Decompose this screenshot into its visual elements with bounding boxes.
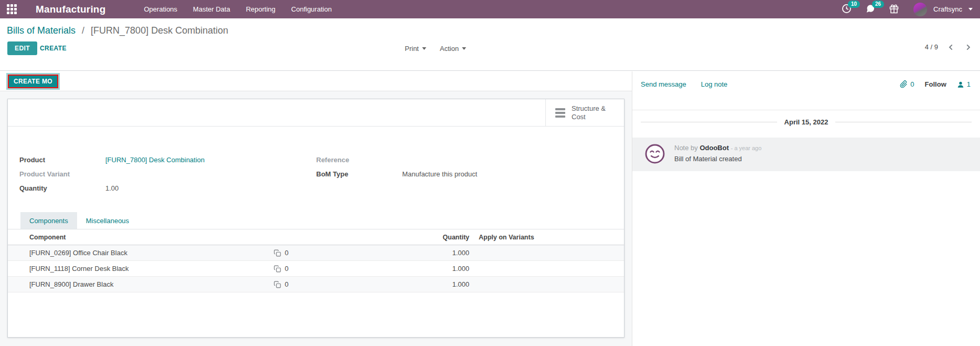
gift-icon	[889, 4, 899, 14]
variant-count: 0	[285, 265, 288, 272]
bom-type-value: Manufacture this product	[402, 170, 477, 178]
variant-count: 0	[285, 280, 288, 288]
structure-cost-button[interactable]: Structure & Cost	[545, 99, 624, 127]
variant-count-cell: 0	[266, 265, 314, 272]
followers-button[interactable]: 1	[957, 80, 971, 88]
header-apply-on-variants[interactable]: Apply on Variants	[469, 234, 624, 241]
create-button[interactable]: CREATE	[40, 45, 67, 52]
breadcrumb-parent-link[interactable]: Bills of Materials	[7, 25, 76, 36]
message-timestamp: - a year ago	[731, 145, 762, 151]
app-title[interactable]: Manufacturing	[36, 4, 106, 15]
print-label: Print	[405, 45, 419, 53]
message-author[interactable]: OdooBot	[699, 144, 729, 152]
separator-line	[641, 122, 777, 122]
product-value-link[interactable]: [FURN_7800] Desk Combination	[105, 156, 204, 164]
field-product: Product [FURN_7800] Desk Combination	[19, 153, 204, 167]
copy-icon	[274, 265, 281, 272]
field-group-left: Product [FURN_7800] Desk Combination Pro…	[19, 153, 204, 195]
create-mo-button[interactable]: CREATE MO	[8, 75, 58, 88]
variant-count-cell: 0	[266, 249, 314, 257]
user-avatar[interactable]	[913, 3, 927, 16]
tab-miscellaneous[interactable]: Miscellaneous	[77, 212, 138, 229]
bom-type-label: BoM Type	[316, 170, 402, 178]
menu-master-data[interactable]: Master Data	[186, 1, 237, 18]
rewards-button[interactable]	[886, 2, 904, 17]
person-icon	[957, 81, 964, 88]
message-content: Note by OdooBot - a year ago Bill of Mat…	[674, 144, 761, 164]
send-message-button[interactable]: Send message	[641, 80, 686, 88]
table-row[interactable]: [FURN_1118] Corner Desk Black 0 1.000	[8, 261, 624, 277]
variant-count: 0	[285, 249, 288, 257]
tab-components[interactable]: Components	[20, 212, 77, 229]
notebook: Components Miscellaneous Component Quant…	[8, 212, 624, 292]
chevron-right-icon	[964, 44, 972, 51]
create-mo-highlight: CREATE MO	[6, 73, 60, 90]
breadcrumb-current: [FURN_7800] Desk Combination	[91, 25, 228, 36]
message-body: Bill of Material created	[674, 155, 761, 163]
user-menu[interactable]: Craftsync	[933, 5, 962, 13]
table-row[interactable]: [FURN_0269] Office Chair Black 0 1.000	[8, 245, 624, 261]
date-separator: April 15, 2022	[632, 118, 980, 126]
messages-button[interactable]: 26	[862, 2, 881, 17]
table-row[interactable]: [FURN_8900] Drawer Black 0 1.000	[8, 277, 624, 292]
pager-next-button[interactable]	[964, 44, 972, 51]
breadcrumb: Bills of Materials / [FURN_7800] Desk Co…	[0, 18, 980, 36]
pager-previous-button[interactable]	[947, 44, 955, 51]
component-quantity: 1.000	[314, 249, 469, 257]
copy-icon	[274, 281, 281, 288]
log-note-button[interactable]: Log note	[701, 80, 728, 88]
main-menu: Operations Master Data Reporting Configu…	[137, 1, 339, 18]
form-sheet: Structure & Cost Product [FURN_7800] Des…	[7, 99, 624, 338]
copy-icon	[274, 249, 281, 257]
navbar-left: Manufacturing Operations Master Data Rep…	[0, 0, 339, 18]
smiley-icon	[645, 144, 665, 164]
menu-configuration[interactable]: Configuration	[284, 1, 338, 18]
chevron-down-icon	[968, 8, 973, 11]
field-quantity: Quantity 1.00	[19, 181, 204, 195]
attachments-count: 0	[910, 80, 914, 88]
component-quantity: 1.000	[314, 265, 469, 272]
activities-button[interactable]: 10	[838, 2, 857, 17]
caret-down-icon	[422, 47, 426, 50]
chevron-left-icon	[947, 44, 955, 51]
message-prefix: Note by	[674, 144, 698, 152]
activities-badge: 10	[848, 1, 860, 8]
menu-operations[interactable]: Operations	[137, 1, 185, 18]
control-panel: Bills of Materials / [FURN_7800] Desk Co…	[0, 18, 980, 71]
form-fields: Product [FURN_7800] Desk Combination Pro…	[8, 127, 624, 212]
print-dropdown[interactable]: Print	[405, 45, 426, 53]
chatter-panel: Send message Log note 0 Follow 1	[632, 71, 980, 346]
header-component[interactable]: Component	[8, 234, 266, 241]
chatter-tools: 0 Follow 1	[900, 80, 971, 88]
messages-badge: 26	[872, 1, 884, 8]
action-dropdown[interactable]: Action	[440, 45, 466, 53]
attachments-button[interactable]: 0	[900, 80, 914, 88]
caret-down-icon	[462, 47, 466, 50]
control-panel-buttons: EDIT CREATE Print Action 4 / 9	[0, 36, 980, 64]
reference-label: Reference	[316, 156, 402, 164]
header-quantity[interactable]: Quantity	[314, 234, 469, 241]
edit-button[interactable]: EDIT	[7, 41, 37, 55]
action-menus: Print Action	[405, 45, 466, 53]
structure-cost-label: Structure & Cost	[572, 104, 615, 122]
bars-icon	[555, 108, 565, 118]
notebook-tabs: Components Miscellaneous	[8, 212, 624, 229]
top-navbar: Manufacturing Operations Master Data Rep…	[0, 0, 980, 18]
chatter-toolbar: Send message Log note 0 Follow 1	[632, 71, 980, 110]
component-name: [FURN_0269] Office Chair Black	[8, 249, 266, 257]
form-view-content: Structure & Cost Product [FURN_7800] Des…	[0, 92, 632, 346]
variant-count-cell: 0	[266, 280, 314, 288]
field-product-variant: Product Variant	[19, 167, 204, 181]
quantity-value: 1.00	[105, 184, 119, 192]
menu-reporting[interactable]: Reporting	[239, 1, 282, 18]
followers-count: 1	[967, 80, 971, 88]
chatter-message[interactable]: Note by OdooBot - a year ago Bill of Mat…	[632, 138, 980, 171]
date-label: April 15, 2022	[784, 118, 828, 126]
paperclip-icon	[900, 80, 908, 88]
chatter-actions: Send message Log note	[641, 80, 727, 88]
apps-menu-button[interactable]	[0, 0, 23, 18]
apps-grid-icon	[7, 4, 17, 14]
field-bom-type: BoM Type Manufacture this product	[316, 167, 477, 181]
follow-button[interactable]: Follow	[925, 80, 946, 88]
sheet-header: Structure & Cost	[8, 99, 624, 127]
